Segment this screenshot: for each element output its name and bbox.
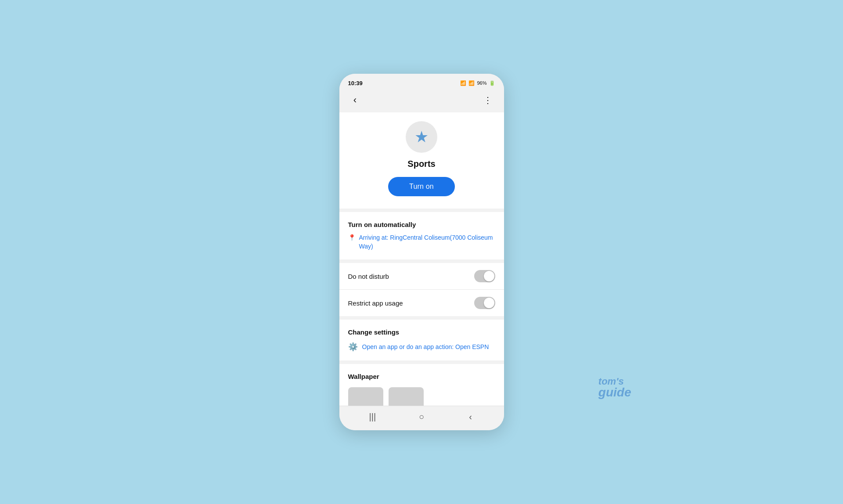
wallpaper-title: Wallpaper [348, 373, 495, 380]
app-action-icon: ⚙️ [348, 342, 358, 352]
more-dots-icon: ⋮ [483, 95, 493, 105]
home-icon: ○ [419, 412, 424, 422]
toggles-card: Do not disturb Restrict app usage [339, 263, 504, 316]
star-icon: ★ [414, 128, 429, 146]
phone-frame: 10:39 📶 📶 96% 🔋 ‹ ⋮ ★ Sp [339, 74, 504, 430]
profile-name: Sports [407, 159, 435, 169]
restrict-app-usage-toggle[interactable] [474, 297, 495, 309]
change-settings-title: Change settings [348, 328, 495, 336]
location-row[interactable]: 📍 Arriving at: RingCentral Coliseum(7000… [348, 234, 495, 251]
location-text: Arriving at: RingCentral Coliseum(7000 C… [359, 234, 495, 251]
wallpaper-thumb-2[interactable] [389, 387, 424, 406]
status-time: 10:39 [348, 80, 363, 86]
signal-icon: 📶 [468, 80, 475, 86]
restrict-app-usage-knob [484, 298, 494, 308]
turn-on-automatically-title: Turn on automatically [348, 221, 495, 228]
settings-action-row[interactable]: ⚙️ Open an app or do an app action: Open… [348, 342, 495, 352]
change-settings-card: Change settings ⚙️ Open an app or do an … [339, 320, 504, 360]
back-chevron-icon: ‹ [353, 95, 357, 105]
home-button[interactable]: ○ [413, 409, 430, 425]
battery-level: 96% [477, 80, 486, 86]
do-not-disturb-toggle[interactable] [474, 270, 495, 282]
turn-on-automatically-card: Turn on automatically 📍 Arriving at: Rin… [339, 212, 504, 259]
bottom-nav: ||| ○ ‹ [339, 406, 504, 430]
avatar: ★ [406, 121, 437, 153]
location-pin-icon: 📍 [348, 234, 356, 241]
watermark: tom's guide [598, 376, 631, 400]
more-options-button[interactable]: ⋮ [480, 92, 496, 108]
watermark-line2: guide [598, 385, 631, 400]
back-button[interactable]: ‹ [347, 92, 363, 108]
wifi-icon: 📶 [460, 80, 466, 86]
back-nav-icon: ‹ [469, 412, 472, 422]
do-not-disturb-row: Do not disturb [339, 263, 504, 289]
top-nav: ‹ ⋮ [339, 90, 504, 112]
do-not-disturb-knob [484, 271, 494, 281]
recents-button[interactable]: ||| [364, 409, 381, 425]
app-action-text: Open an app or do an app action: Open ES… [362, 343, 489, 350]
back-nav-button[interactable]: ‹ [462, 409, 479, 425]
scroll-content: ★ Sports Turn on Turn on automatically 📍… [339, 112, 504, 406]
do-not-disturb-label: Do not disturb [348, 273, 389, 280]
wallpaper-previews [348, 387, 495, 406]
battery-icon: 🔋 [489, 80, 495, 86]
restrict-app-usage-label: Restrict app usage [348, 299, 403, 307]
profile-section: ★ Sports Turn on [339, 112, 504, 209]
watermark-line1: tom's [598, 376, 624, 387]
wallpaper-thumb-1[interactable] [348, 387, 383, 406]
status-icons: 📶 📶 96% 🔋 [460, 80, 495, 86]
turn-on-button[interactable]: Turn on [388, 177, 455, 196]
recents-icon: ||| [369, 412, 376, 422]
restrict-app-usage-row: Restrict app usage [339, 289, 504, 316]
status-bar: 10:39 📶 📶 96% 🔋 [339, 74, 504, 90]
wallpaper-card: Wallpaper [339, 364, 504, 406]
